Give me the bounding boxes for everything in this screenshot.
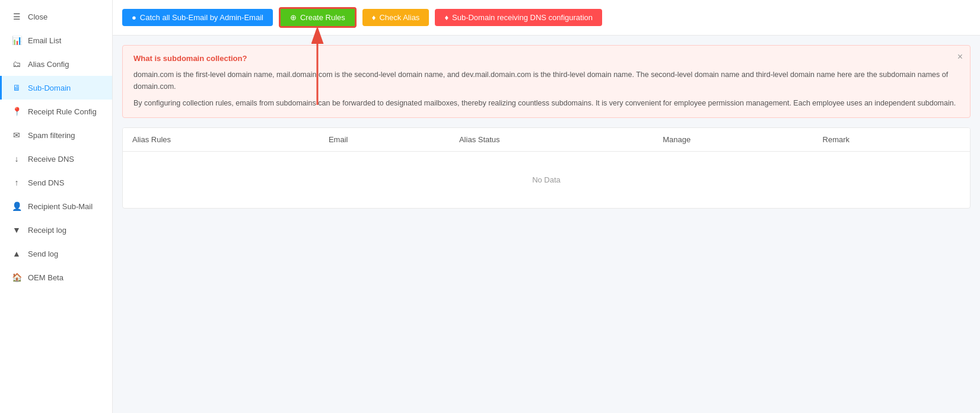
folder-icon: 🗂 bbox=[11, 59, 22, 69]
info-box-paragraph-2: By configuring collection rules, emails … bbox=[133, 97, 959, 109]
info-box-title: What is subdomain collection? bbox=[133, 54, 959, 63]
user-icon: 👤 bbox=[11, 201, 22, 211]
info-box-close-button[interactable]: × bbox=[957, 52, 963, 62]
monitor-icon: 🖥 bbox=[11, 83, 22, 92]
home-icon: 🏠 bbox=[11, 273, 22, 282]
sidebar-item-spam-filtering[interactable]: ✉ Spam filtering bbox=[0, 123, 112, 147]
content-area: What is subdomain collection? domain.com… bbox=[113, 36, 980, 413]
chevron-down-icon: ▼ bbox=[11, 225, 22, 235]
info-box-paragraph-1: domain.com is the first-level domain nam… bbox=[133, 69, 959, 92]
sidebar-item-send-dns[interactable]: ↑ Send DNS bbox=[0, 171, 112, 194]
alias-rules-table-container: Alias Rules Email Alias Status Manage Re… bbox=[122, 127, 971, 209]
sidebar-item-label: Email List bbox=[28, 36, 61, 45]
sidebar: ☰ Close 📊 Email List 🗂 Alias Config 🖥 Su… bbox=[0, 0, 113, 413]
chart-icon: 📊 bbox=[11, 36, 22, 45]
sidebar-item-label: Send DNS bbox=[28, 178, 64, 187]
toolbar: ● Catch all Sub-Email by Admin-Email ⊕ C… bbox=[113, 0, 980, 36]
col-alias-status: Alias Status bbox=[450, 128, 653, 152]
info-box: What is subdomain collection? domain.com… bbox=[122, 45, 971, 118]
col-email: Email bbox=[319, 128, 450, 152]
sidebar-item-label: Spam filtering bbox=[28, 131, 75, 140]
sidebar-item-send-log[interactable]: ▲ Send log bbox=[0, 242, 112, 265]
sidebar-item-receipt-rule-config[interactable]: 📍 Receipt Rule Config bbox=[0, 100, 112, 123]
sidebar-item-close[interactable]: ☰ Close bbox=[0, 5, 112, 28]
no-data-text: No Data bbox=[123, 152, 970, 209]
sidebar-item-label: Close bbox=[28, 12, 47, 21]
main-content: ● Catch all Sub-Email by Admin-Email ⊕ C… bbox=[113, 0, 980, 413]
table-header-row: Alias Rules Email Alias Status Manage Re… bbox=[123, 128, 970, 152]
col-alias-rules: Alias Rules bbox=[123, 128, 319, 152]
sidebar-item-label: Recipient Sub-Mail bbox=[28, 202, 93, 211]
sidebar-item-oem-beta[interactable]: 🏠 OEM Beta bbox=[0, 265, 112, 289]
pin-icon: 📍 bbox=[11, 107, 22, 116]
create-rules-container: ⊕ Create Rules bbox=[279, 7, 357, 28]
sidebar-item-label: Receipt log bbox=[28, 226, 66, 235]
sidebar-item-label: OEM Beta bbox=[28, 273, 63, 282]
close-icon: ☰ bbox=[11, 12, 22, 21]
table-row-empty: No Data bbox=[123, 152, 970, 209]
circle-icon: ● bbox=[132, 13, 136, 22]
sub-domain-dns-button[interactable]: ♦ Sub-Domain receiving DNS configuration bbox=[435, 9, 602, 26]
down-arrow-icon: ↓ bbox=[11, 154, 22, 164]
sidebar-item-label: Send log bbox=[28, 249, 58, 258]
create-rules-button[interactable]: ⊕ Create Rules bbox=[279, 7, 357, 28]
sidebar-item-receipt-log[interactable]: ▼ Receipt log bbox=[0, 218, 112, 242]
diamond-red-icon: ♦ bbox=[444, 13, 448, 22]
sidebar-item-label: Sub-Domain bbox=[28, 84, 71, 92]
sidebar-item-recipient-sub-mail[interactable]: 👤 Recipient Sub-Mail bbox=[0, 194, 112, 218]
sidebar-item-label: Receive DNS bbox=[28, 155, 74, 164]
up-arrow-icon: ↑ bbox=[11, 178, 22, 187]
mail-icon: ✉ bbox=[11, 130, 22, 140]
sidebar-item-email-list[interactable]: 📊 Email List bbox=[0, 28, 112, 52]
alias-rules-table: Alias Rules Email Alias Status Manage Re… bbox=[123, 128, 970, 208]
plus-circle-icon: ⊕ bbox=[290, 13, 297, 22]
sidebar-item-receive-dns[interactable]: ↓ Receive DNS bbox=[0, 147, 112, 171]
chevron-up-icon: ▲ bbox=[11, 249, 22, 258]
sidebar-item-label: Receipt Rule Config bbox=[28, 107, 97, 116]
check-alias-button[interactable]: ♦ Check Alias bbox=[362, 9, 429, 26]
col-remark: Remark bbox=[813, 128, 970, 152]
diamond-icon: ♦ bbox=[372, 13, 376, 22]
catch-all-button[interactable]: ● Catch all Sub-Email by Admin-Email bbox=[122, 9, 273, 26]
sidebar-item-alias-config[interactable]: 🗂 Alias Config bbox=[0, 52, 112, 76]
col-manage: Manage bbox=[653, 128, 813, 152]
sidebar-item-sub-domain[interactable]: 🖥 Sub-Domain bbox=[0, 76, 112, 100]
sidebar-item-label: Alias Config bbox=[28, 60, 69, 69]
